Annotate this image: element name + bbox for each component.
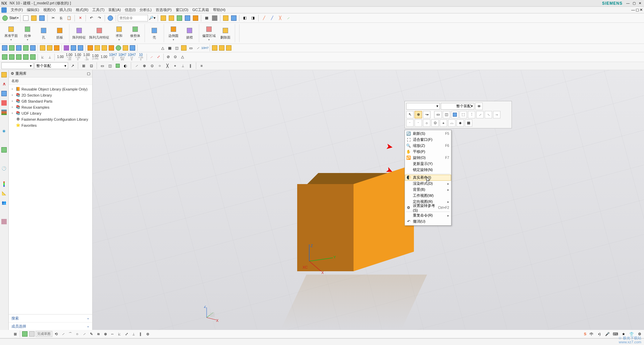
float-rect[interactable]: ▭ [434,111,442,118]
dim-value-7[interactable]: 10H7Ø12 Ø8 [118,53,127,61]
bt-10[interactable]: ≋ [95,331,102,337]
sidebar-members[interactable]: 成员选择⌄ [9,323,92,331]
dim-btn-7[interactable]: ⟂ [46,54,53,60]
sel-t8[interactable]: ⟋ [133,62,140,69]
rail-measure[interactable]: 📐 [1,190,7,197]
float-circ2[interactable]: ⊙ [431,119,439,127]
tree-item-6[interactable]: ⭐Favorites [11,122,90,128]
float-grid[interactable]: ▦ [465,119,472,127]
bt-13[interactable]: ⟀ [116,331,123,337]
float-pt2[interactable]: ⋅ [415,119,422,127]
float-eye-button[interactable]: 👁 [475,103,483,110]
sm-a17[interactable] [122,45,129,51]
ctx-工作视图(W)[interactable]: 工作视图(W) [405,193,451,199]
sel-t14[interactable]: ⟂ [179,62,186,69]
rail-history[interactable] [1,147,7,153]
sm-a3[interactable] [15,45,22,51]
float-select-chain[interactable]: ↝ [423,111,430,118]
float-filter-2[interactable]: 整个装配 ▾ [441,103,474,110]
float-iso[interactable]: ⬚ [460,111,467,118]
redo-button[interactable]: ↷ [96,14,103,22]
ribbon-阵列几何特征[interactable]: 阵列几何特征 [88,24,110,42]
rail-part-navigator[interactable] [1,71,7,78]
tb-misc-3[interactable] [176,14,183,22]
float-face[interactable]: ◫ [443,111,450,118]
maximize-button[interactable]: ▢ [631,1,637,6]
bt-sketch-done[interactable] [29,331,35,337]
tree-item-4[interactable]: +📚UDF Library [11,110,90,116]
bt-7[interactable]: ○ [74,331,80,337]
dim-tool-3[interactable]: ⊘ [165,54,172,60]
sel-t5[interactable]: ◫ [107,62,113,69]
sel-t4[interactable]: ▭ [99,62,106,69]
menu-tools[interactable]: 工具(T) [90,7,106,13]
sel-t16[interactable]: ≡ [198,62,205,69]
bt-1[interactable]: ⊞ [12,331,18,337]
sm-a11[interactable] [77,45,84,51]
tb-misc-9[interactable]: ◨ [249,14,257,22]
dim-btn-2[interactable] [8,54,15,60]
ribbon-基准平面[interactable]: 基准平面▾ [3,24,19,42]
ribbon-修剪体[interactable]: 修剪体▾ [128,24,143,42]
dim-value-1[interactable]: 1.00+.05-.05 [65,53,73,61]
sm-b1[interactable]: △ [159,45,166,51]
float-circ1[interactable]: ○ [423,119,430,127]
ctx-背景(B)[interactable]: 背景(B)▸ [405,187,451,193]
sm-b3[interactable]: ◫ [173,45,180,51]
sel-t15[interactable]: ∥ [187,62,194,69]
dim-value-9[interactable]: 10+.050 [137,53,145,61]
float-misc1[interactable]: ⌓ [448,119,455,127]
rail-last[interactable] [1,218,7,225]
close-button[interactable]: ✕ [637,1,643,6]
sm-a18[interactable] [129,45,136,51]
rail-library[interactable] [1,109,7,116]
tb-misc-2[interactable] [168,14,175,22]
open-button[interactable] [30,14,38,22]
wireframe-button[interactable]: ▦ [203,14,210,22]
ribbon-孔[interactable]: 孔 [36,24,51,42]
dim-tool-5[interactable]: △ [179,54,186,60]
tree-item-1[interactable]: +📚2D Section Library [11,92,90,98]
ctx-缩放(Z)[interactable]: 🔍缩放(Z)F6 [405,143,451,149]
sm-b10[interactable] [225,45,232,51]
bt-12[interactable]: ↔ [109,331,116,337]
sel-t1[interactable]: ↗ [69,62,76,69]
search-toggle[interactable]: 🔎▾ [149,14,156,22]
ime-kbd[interactable]: ⌨ [612,331,619,337]
minimize-button[interactable]: — [625,1,631,6]
rail-constraints[interactable] [1,90,7,97]
float-plus[interactable]: + [440,119,447,127]
sm-b9[interactable] [218,45,225,51]
bt-4[interactable]: ⟲ [53,331,59,337]
sm-b7[interactable]: 10H7 [202,45,208,51]
sm-a14[interactable] [101,45,108,51]
float-line2[interactable]: ⟍ [485,111,492,118]
rail-web[interactable]: ◉ [1,128,7,134]
float-select-single[interactable]: ⊕ [415,111,422,118]
panel-settings-icon[interactable]: ⚙ [11,71,14,76]
menu-help[interactable]: 帮助(H) [211,7,227,13]
rail-colorbar[interactable] [1,181,7,187]
sm-a5[interactable] [30,45,36,51]
sidebar-search[interactable]: 搜索⌄ [9,314,92,323]
ctx-平移(P)[interactable]: ✋平移(P) [405,149,451,155]
bt-5[interactable]: ⟋ [60,331,66,337]
ribbon-阵列特征[interactable]: 阵列特征 [71,24,87,42]
ribbon-求和[interactable]: 求和▾ [112,24,126,42]
sm-a9[interactable] [63,45,70,51]
render-style-button[interactable] [107,14,114,22]
float-pt1[interactable]: ⋅ [406,119,414,127]
ctx-撤消(U)[interactable]: ↶撤消(U) [405,219,451,225]
sm-a12[interactable] [87,45,94,51]
sel-t6[interactable] [114,62,121,69]
rail-assembly[interactable]: 🕱 [1,81,7,88]
ctx-刷新(S)[interactable]: 🔄刷新(S)F5 [405,131,451,137]
sm-b5[interactable]: ▭ [187,45,194,51]
ctx-适合窗口(F)[interactable]: ⛶适合窗口(F) [405,137,451,143]
ctx-设置旋转参考(S)[interactable]: ⚙设置旋转参考(S)Ctrl+F2 [405,205,451,211]
new-button[interactable] [22,14,30,22]
tb-misc-5[interactable] [192,14,199,22]
bt-6[interactable]: ⌒ [67,331,73,337]
ctx-锁定旋转(N)[interactable]: 锁定旋转(N) [405,167,451,173]
sel-t11[interactable]: ○ [156,62,163,69]
